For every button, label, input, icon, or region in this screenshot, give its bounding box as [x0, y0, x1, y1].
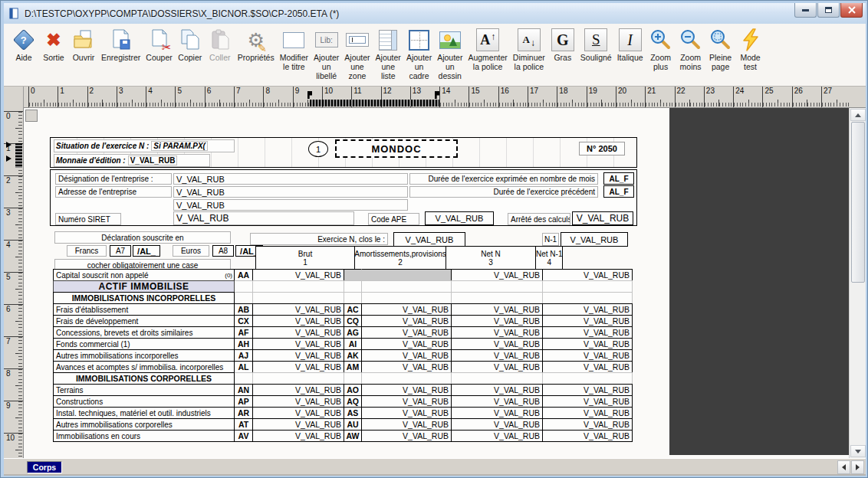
- amortissements-value-cell[interactable]: V_VAL_RUB: [361, 395, 452, 408]
- net-n-value-cell[interactable]: V_VAL_RUB: [451, 349, 543, 362]
- exercice-value[interactable]: V_VAL_RUB: [393, 232, 465, 247]
- mondoc-selected-object[interactable]: MONDOC: [335, 139, 458, 158]
- coller-button[interactable]: Coller: [206, 26, 234, 63]
- ajouter-dessin-button[interactable]: Ajouter un dessin: [436, 26, 464, 81]
- net-n-value-cell[interactable]: [451, 280, 543, 293]
- net-n-value-cell[interactable]: V_VAL_RUB: [451, 326, 543, 339]
- amortissements-value-cell[interactable]: V_VAL_RUB: [361, 315, 452, 327]
- net-n1-value-cell[interactable]: V_VAL_RUB: [542, 338, 633, 350]
- sortie-button[interactable]: ✖ Sortie: [40, 26, 67, 63]
- net-n-value-cell[interactable]: V_VAL_RUB: [451, 395, 543, 408]
- brut-value-cell[interactable]: V_VAL_RUB: [252, 361, 344, 373]
- net-n-value-cell[interactable]: V_VAL_RUB: [451, 269, 543, 281]
- ajouter-zone-button[interactable]: Ajouter une zone: [343, 26, 371, 81]
- brut-value-cell[interactable]: V_VAL_RUB: [252, 349, 344, 362]
- net-n-value-cell[interactable]: V_VAL_RUB: [451, 338, 543, 350]
- enregistrer-button[interactable]: Enregistrer: [100, 26, 142, 63]
- brut-value-cell[interactable]: [252, 280, 344, 293]
- aide-button[interactable]: ? Aide: [10, 26, 38, 63]
- francs-code[interactable]: A7: [110, 245, 131, 257]
- ape-value[interactable]: V_VAL_RUB: [425, 211, 494, 225]
- brut-value-cell[interactable]: [252, 372, 344, 385]
- net-n1-value-cell[interactable]: V_VAL_RUB: [542, 418, 633, 431]
- brut-value-cell[interactable]: V_VAL_RUB: [252, 418, 344, 431]
- amortissements-value-cell[interactable]: V_VAL_RUB: [361, 326, 452, 339]
- ouvrir-button[interactable]: Ouvrir: [70, 26, 97, 63]
- net-n-value-cell[interactable]: V_VAL_RUB: [451, 361, 543, 373]
- brut-value-cell[interactable]: V_VAL_RUB: [252, 407, 344, 419]
- vertical-scroll-thumb[interactable]: [851, 122, 865, 283]
- ad2-value[interactable]: V_VAL_RUB: [173, 199, 408, 211]
- situation-field[interactable]: Situation de l'exercice N : Si PARAM.PX(: [54, 139, 235, 152]
- brut-value-cell[interactable]: V_VAL_RUB: [252, 395, 344, 408]
- net-n1-value-cell[interactable]: V_VAL_RUB: [542, 326, 633, 339]
- brut-value-cell[interactable]: V_VAL_RUB: [252, 338, 344, 350]
- net-n1-value-cell[interactable]: V_VAL_RUB: [542, 269, 633, 281]
- francs-checkbox-value[interactable]: /AL_: [133, 245, 160, 257]
- ajouter-cadre-button[interactable]: Ajouter un cadre: [405, 26, 433, 81]
- siret-value[interactable]: V_VAL_RUB: [173, 211, 354, 225]
- brut-value-cell[interactable]: [252, 292, 344, 304]
- duree-prec-value[interactable]: AL_F: [603, 185, 634, 198]
- ruler-marker-icon[interactable]: [6, 156, 12, 162]
- zoom-plus-button[interactable]: Zoom plus: [647, 26, 675, 72]
- amortissements-value-cell[interactable]: [361, 269, 452, 281]
- net-n-value-cell[interactable]: [451, 372, 543, 385]
- net-n1-value-cell[interactable]: V_VAL_RUB: [542, 395, 633, 408]
- net-n1-value-cell[interactable]: V_VAL_RUB: [542, 349, 633, 362]
- diminuer-police-button[interactable]: A↓ Diminuer la police: [511, 26, 547, 72]
- net-n1-value-cell[interactable]: V_VAL_RUB: [542, 315, 633, 327]
- duree-n-value[interactable]: AL_F: [603, 172, 634, 185]
- augmenter-police-button[interactable]: A↑ Augmenter la police: [466, 26, 508, 72]
- amortissements-value-cell[interactable]: V_VAL_RUB: [361, 361, 452, 373]
- net-n-value-cell[interactable]: V_VAL_RUB: [451, 315, 543, 327]
- scroll-left-button[interactable]: [837, 460, 850, 474]
- brut-value-cell[interactable]: V_VAL_RUB: [252, 430, 344, 442]
- amortissements-value-cell[interactable]: V_VAL_RUB: [361, 303, 452, 316]
- ajouter-libelle-button[interactable]: Lib: Ajouter un libellé: [312, 26, 340, 81]
- net-n1-value-cell[interactable]: [542, 372, 633, 385]
- monnaie-value[interactable]: V_VAL_RUB: [128, 156, 178, 165]
- brut-value-cell[interactable]: V_VAL_RUB: [252, 384, 344, 396]
- brut-value-cell[interactable]: V_VAL_RUB: [252, 326, 344, 339]
- mode-test-button[interactable]: Mode test: [737, 26, 764, 72]
- brut-value-cell[interactable]: V_VAL_RUB: [252, 303, 344, 316]
- vertical-ruler[interactable]: 012345678910: [4, 108, 24, 458]
- brut-value-cell[interactable]: V_VAL_RUB: [252, 269, 344, 281]
- horizontal-ruler[interactable]: 0123456789101112131415161718192021222324…: [24, 87, 849, 107]
- form-number[interactable]: N° 2050: [579, 142, 625, 156]
- amortissements-value-cell[interactable]: V_VAL_RUB: [361, 418, 452, 431]
- copier-button[interactable]: Copier: [176, 26, 204, 63]
- vertical-scrollbar[interactable]: [849, 108, 866, 458]
- italique-button[interactable]: I Italique: [616, 26, 645, 63]
- net-n1-value-cell[interactable]: V_VAL_RUB: [542, 407, 633, 419]
- document-canvas[interactable]: Situation de l'exercice N : Si PARAM.PX(…: [24, 108, 849, 458]
- net-n1-value-cell[interactable]: V_VAL_RUB: [542, 430, 633, 442]
- titlebar[interactable]: D:\TESTCP\OXYPP\COMPTA\DOSSIERS\X_BICNOR…: [4, 3, 866, 24]
- scroll-up-button[interactable]: [850, 109, 866, 121]
- euros-code[interactable]: A8: [212, 245, 234, 257]
- ajouter-liste-button[interactable]: Ajouter une liste: [374, 26, 403, 81]
- amortissements-value-cell[interactable]: [361, 292, 452, 304]
- zoom-moins-button[interactable]: Zoom moins: [677, 26, 705, 72]
- close-button[interactable]: [840, 3, 863, 18]
- gras-button[interactable]: G Gras: [549, 26, 577, 63]
- amortissements-value-cell[interactable]: [361, 372, 452, 385]
- designation-value[interactable]: V_VAL_RUB: [173, 173, 408, 185]
- net-n1-value-cell[interactable]: V_VAL_RUB: [542, 361, 633, 373]
- maximize-button[interactable]: [817, 3, 840, 18]
- net-n-value-cell[interactable]: V_VAL_RUB: [451, 430, 543, 442]
- souligne-button[interactable]: S Souligné: [579, 26, 613, 63]
- net-n-value-cell[interactable]: V_VAL_RUB: [451, 384, 543, 396]
- net-n1-value-cell[interactable]: V_VAL_RUB: [542, 303, 633, 316]
- page-marker[interactable]: 1: [308, 141, 328, 157]
- arrete-value[interactable]: V_VAL_RUB: [572, 211, 633, 225]
- modifier-titre-button[interactable]: Modifier le titre: [278, 26, 310, 72]
- amortissements-value-cell[interactable]: V_VAL_RUB: [361, 430, 452, 442]
- amortissements-value-cell[interactable]: V_VAL_RUB: [361, 407, 452, 419]
- amortissements-value-cell[interactable]: V_VAL_RUB: [361, 338, 452, 350]
- net-n1-value-cell[interactable]: [542, 292, 633, 304]
- scroll-right-button[interactable]: [851, 460, 864, 474]
- net-n1-value-cell[interactable]: [542, 280, 633, 293]
- net-n1-value-cell[interactable]: V_VAL_RUB: [542, 384, 633, 396]
